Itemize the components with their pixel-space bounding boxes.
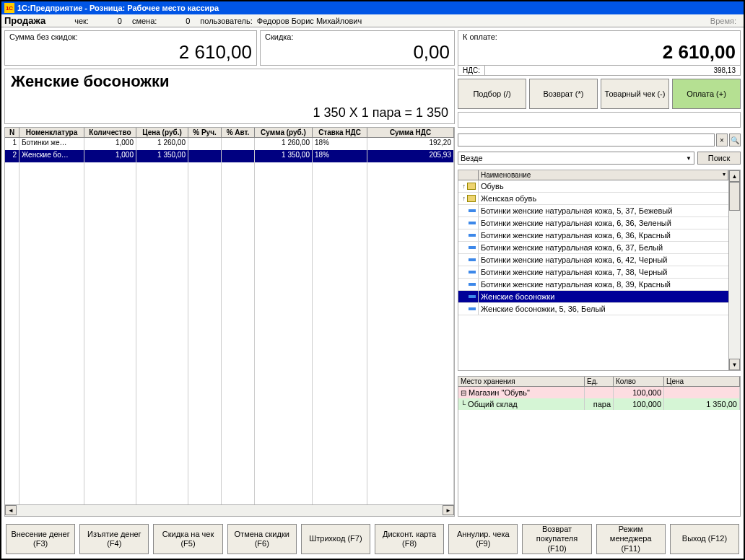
fkey-button[interactable]: Возврат покупателя(F10) bbox=[522, 524, 591, 554]
stock-col-qty[interactable]: Колво bbox=[614, 377, 664, 386]
scroll-thumb[interactable] bbox=[729, 182, 740, 211]
stock-row[interactable]: └Общий складпара100,0001 350,00 bbox=[458, 398, 740, 410]
tree-row[interactable]: Ботинки женские натуральная кожа, 6, 37,… bbox=[458, 242, 728, 254]
stock-row[interactable]: ⊟Магазин "Обувь"100,000 bbox=[458, 387, 740, 398]
item-icon bbox=[469, 258, 476, 261]
fkey-button[interactable]: Режим менеджера(F11) bbox=[596, 524, 666, 554]
user-value: Федоров Борис Михайлович bbox=[257, 17, 362, 25]
total-box: К оплате: 2 610,00 НДС: 398,13 bbox=[458, 30, 741, 76]
user-label: пользователь: bbox=[200, 17, 253, 25]
collapse-icon[interactable]: ↑ bbox=[463, 195, 466, 202]
col-nomenclature[interactable]: Номенклатура bbox=[19, 128, 84, 137]
discount-box: Скидка: 0,00 bbox=[260, 30, 455, 66]
tree-expand-icon[interactable]: └ bbox=[461, 401, 466, 408]
stock-col-place[interactable]: Место хранения bbox=[458, 377, 585, 386]
tree-row[interactable]: Женские босоножки, 5, 36, Белый bbox=[458, 303, 728, 315]
time-label: Время: bbox=[710, 17, 736, 25]
fkey-button[interactable]: Аннулир. чека(F9) bbox=[448, 524, 518, 554]
item-icon bbox=[469, 271, 476, 274]
total-value: 2 610,00 bbox=[463, 41, 736, 64]
col-quantity[interactable]: Количество bbox=[84, 128, 136, 137]
search-icon[interactable]: 🔍 bbox=[729, 134, 741, 146]
tree-label: Ботинки женские натуральная кожа, 5, 37,… bbox=[479, 206, 672, 215]
tree-label: Женские босоножки, 5, 36, Белый bbox=[479, 305, 606, 313]
tree-label: Женская обувь bbox=[479, 194, 536, 203]
tree-header-icon bbox=[458, 170, 479, 180]
tree-header-name[interactable]: Наименование ▾ bbox=[479, 170, 728, 180]
scroll-down-icon[interactable]: ▼ bbox=[729, 359, 740, 370]
tree-vscroll[interactable]: ▲ ▼ bbox=[728, 170, 740, 370]
vat-value: 398,13 bbox=[485, 66, 740, 75]
tree-label: Ботинки женские натуральная кожа, 7, 38,… bbox=[479, 268, 667, 276]
app-icon: 1C bbox=[4, 3, 14, 13]
return-button[interactable]: Возврат (*) bbox=[529, 79, 598, 109]
scroll-right-icon[interactable]: ► bbox=[443, 505, 454, 515]
scroll-up-icon[interactable]: ▲ bbox=[729, 170, 740, 182]
tree-row[interactable]: Ботинки женские натуральная кожа, 8, 39,… bbox=[458, 279, 728, 291]
fkey-button[interactable]: Штрихкод (F7) bbox=[301, 524, 370, 554]
shift-value: 0 bbox=[161, 17, 190, 25]
col-vat-sum[interactable]: Сумма НДС bbox=[367, 128, 454, 137]
folder-icon bbox=[467, 183, 476, 190]
fkey-button[interactable]: Внесение денег(F3) bbox=[6, 524, 75, 554]
tree-row[interactable]: Женские босоножки bbox=[458, 291, 728, 303]
tree-row[interactable]: Ботинки женские натуральная кожа, 6, 36,… bbox=[458, 217, 728, 229]
col-price[interactable]: Цена (руб.) bbox=[136, 128, 188, 137]
stock-col-unit[interactable]: Ед. bbox=[585, 377, 614, 386]
scroll-left-icon[interactable]: ◄ bbox=[5, 505, 17, 515]
col-sum[interactable]: Сумма (руб.) bbox=[255, 128, 313, 137]
app-window: 1C 1С:Предприятие - Розница: Рабочее мес… bbox=[0, 0, 745, 560]
titlebar: 1C 1С:Предприятие - Розница: Рабочее мес… bbox=[1, 1, 744, 14]
search-input[interactable] bbox=[458, 134, 715, 146]
tree-row[interactable]: Ботинки женские натуральная кожа, 6, 36,… bbox=[458, 229, 728, 242]
items-grid[interactable]: N Номенклатура Количество Цена (руб.) % … bbox=[4, 127, 455, 517]
fkey-button[interactable]: Отмена скидки(F6) bbox=[227, 524, 297, 554]
col-n[interactable]: N bbox=[5, 128, 19, 137]
tree-row[interactable]: ↑Обувь bbox=[458, 180, 728, 193]
tree-label: Ботинки женские натуральная кожа, 8, 39,… bbox=[479, 280, 671, 289]
tree-row[interactable]: Ботинки женские натуральная кожа, 5, 37,… bbox=[458, 205, 728, 217]
grid-body: 1Ботинки же…1,0001 260,001 260,0018%192,… bbox=[5, 138, 454, 504]
nomenclature-tree[interactable]: Наименование ▾ ↑Обувь↑Женская обувьБотин… bbox=[458, 170, 741, 371]
fkey-button[interactable]: Скидка на чек(F5) bbox=[153, 524, 222, 554]
collapse-icon[interactable]: ↑ bbox=[463, 183, 466, 190]
spacer-panel bbox=[458, 112, 741, 128]
select-button[interactable]: Подбор (/) bbox=[458, 79, 526, 109]
item-icon bbox=[469, 307, 476, 310]
col-pct-auto[interactable]: % Авт. bbox=[222, 128, 255, 137]
mode-label: Продажа bbox=[4, 15, 45, 26]
search-scope-combo[interactable]: Везде ▼ bbox=[458, 152, 694, 165]
fkey-button[interactable]: Дисконт. карта(F8) bbox=[375, 524, 444, 554]
sum-no-discount-box: Сумма без скидок: 2 610,00 bbox=[4, 30, 257, 66]
tree-label: Ботинки женские натуральная кожа, 6, 36,… bbox=[479, 231, 671, 240]
tree-row[interactable]: ↑Женская обувь bbox=[458, 193, 728, 205]
pay-button[interactable]: Оплата (+) bbox=[672, 79, 741, 109]
tree-label: Обувь bbox=[479, 182, 504, 191]
stock-grid[interactable]: Место хранения Ед. Колво Цена ⊟Магазин "… bbox=[458, 376, 741, 517]
fkey-button[interactable]: Выход (F12) bbox=[670, 524, 739, 554]
shift-label: смена: bbox=[132, 17, 157, 25]
clear-search-icon[interactable]: × bbox=[716, 134, 728, 146]
tree-label: Ботинки женские натуральная кожа, 6, 42,… bbox=[479, 255, 667, 264]
grid-row[interactable]: 2Женские бо…1,0001 350,001 350,0018%205,… bbox=[5, 150, 454, 162]
search-button[interactable]: Поиск bbox=[697, 152, 741, 165]
tree-label: Ботинки женские натуральная кожа, 6, 37,… bbox=[479, 243, 663, 252]
chevron-down-icon: ▼ bbox=[686, 155, 692, 162]
tree-expand-icon[interactable]: ⊟ bbox=[461, 389, 466, 397]
grid-hscroll[interactable]: ◄ ► bbox=[5, 504, 454, 516]
stock-col-price[interactable]: Цена bbox=[664, 377, 740, 386]
grid-row[interactable]: 1Ботинки же…1,0001 260,001 260,0018%192,… bbox=[5, 138, 454, 150]
item-icon bbox=[469, 295, 476, 298]
combo-value: Везде bbox=[461, 154, 483, 162]
product-name: Женские босоножки bbox=[11, 72, 448, 91]
receipt-button[interactable]: Товарный чек (-) bbox=[601, 79, 669, 109]
discount-value: 0,00 bbox=[265, 41, 450, 64]
fkey-button[interactable]: Изъятие денег(F4) bbox=[79, 524, 149, 554]
item-icon bbox=[469, 246, 476, 249]
tree-row[interactable]: Ботинки женские натуральная кожа, 7, 38,… bbox=[458, 266, 728, 279]
item-icon bbox=[469, 222, 476, 224]
col-pct-manual[interactable]: % Руч. bbox=[188, 128, 222, 137]
titlebar-text: 1С:Предприятие - Розница: Рабочее место … bbox=[17, 4, 219, 12]
col-vat-rate[interactable]: Ставка НДС bbox=[313, 128, 367, 137]
tree-row[interactable]: Ботинки женские натуральная кожа, 6, 42,… bbox=[458, 254, 728, 266]
